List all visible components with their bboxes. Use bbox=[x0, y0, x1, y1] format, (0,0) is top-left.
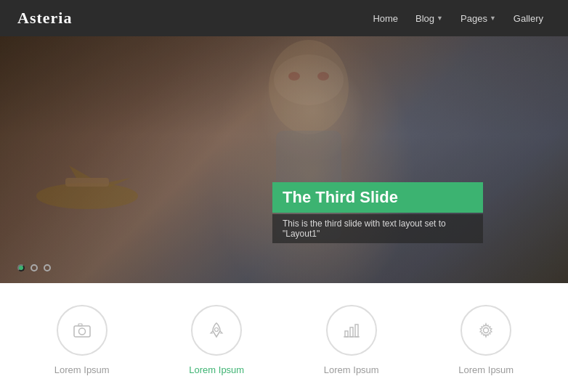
nav-link-pages[interactable]: Pages ▼ bbox=[453, 9, 503, 28]
svg-point-17 bbox=[484, 328, 489, 333]
chevron-down-icon: ▼ bbox=[437, 15, 443, 22]
nav-item-home[interactable]: Home bbox=[365, 9, 405, 28]
slide-dots bbox=[17, 264, 51, 271]
svg-rect-15 bbox=[355, 324, 358, 337]
nav-item-pages[interactable]: Pages ▼ bbox=[453, 9, 503, 28]
slide-dot-3[interactable] bbox=[44, 264, 51, 271]
bar-chart-icon bbox=[342, 321, 361, 340]
svg-point-7 bbox=[317, 72, 329, 81]
feature-icon-chart bbox=[326, 305, 377, 356]
nav-item-gallery[interactable]: Gallery bbox=[506, 9, 551, 28]
feature-icon-gear bbox=[461, 305, 511, 356]
slide-caption: The Third Slide This is the third slide … bbox=[272, 182, 483, 243]
feature-icon-rocket bbox=[191, 305, 242, 356]
feature-label-1: Lorem Ipsum bbox=[54, 364, 110, 375]
feature-item-3: Lorem Ipsum bbox=[304, 305, 399, 375]
nav-link-home[interactable]: Home bbox=[365, 9, 405, 28]
slide-dot-1[interactable] bbox=[17, 264, 25, 271]
svg-point-4 bbox=[269, 40, 349, 134]
slide-image bbox=[0, 36, 568, 283]
child-silhouette bbox=[218, 36, 399, 283]
feature-label-2: Lorem Ipsum bbox=[189, 364, 244, 375]
svg-marker-2 bbox=[109, 178, 131, 187]
feature-icon-camera bbox=[57, 305, 107, 356]
svg-rect-1 bbox=[65, 178, 109, 187]
feature-item-4: Lorem Ipsum bbox=[439, 305, 533, 375]
slide-title: The Third Slide bbox=[272, 182, 483, 213]
chevron-down-icon: ▼ bbox=[490, 15, 496, 22]
navbar-nav: Home Blog ▼ Pages ▼ Gallery bbox=[365, 9, 551, 28]
rocket-icon bbox=[207, 321, 226, 340]
feature-item-2: Lorem Ipsum bbox=[169, 305, 264, 375]
slide-subtitle: This is the third slide with text layout… bbox=[272, 214, 483, 243]
feature-label-3: Lorem Ipsum bbox=[324, 364, 379, 375]
svg-point-12 bbox=[215, 328, 219, 332]
svg-marker-3 bbox=[69, 166, 91, 178]
hero-slider: The Third Slide This is the third slide … bbox=[0, 36, 568, 283]
svg-point-6 bbox=[288, 72, 300, 81]
svg-point-10 bbox=[78, 328, 85, 335]
feature-label-4: Lorem Ipsum bbox=[458, 364, 514, 375]
navbar-brand: Asteria bbox=[17, 9, 72, 28]
slide-dot-2[interactable] bbox=[31, 264, 38, 271]
svg-rect-13 bbox=[345, 331, 348, 337]
nav-link-gallery[interactable]: Gallery bbox=[506, 9, 551, 28]
svg-rect-11 bbox=[78, 324, 82, 326]
nav-item-blog[interactable]: Blog ▼ bbox=[408, 9, 450, 28]
svg-point-0 bbox=[36, 183, 138, 209]
camera-icon bbox=[73, 321, 92, 340]
feature-item-1: Lorem Ipsum bbox=[35, 305, 129, 375]
navbar: Asteria Home Blog ▼ Pages ▼ Gallery bbox=[0, 0, 568, 36]
svg-point-5 bbox=[274, 54, 344, 105]
nav-link-blog[interactable]: Blog ▼ bbox=[408, 9, 450, 28]
features-section: Lorem Ipsum Lorem Ipsum Lorem Ipsum bbox=[0, 283, 568, 392]
settings-icon bbox=[476, 321, 495, 340]
svg-rect-14 bbox=[350, 327, 353, 337]
plane-decoration bbox=[22, 138, 153, 225]
